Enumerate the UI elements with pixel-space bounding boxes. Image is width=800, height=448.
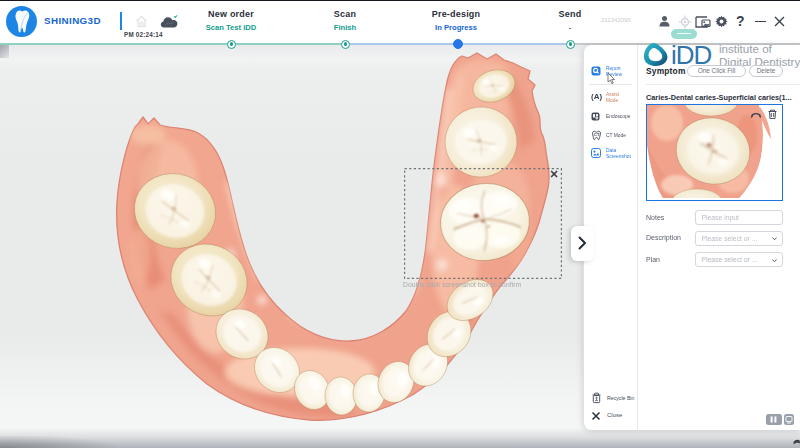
svg-text:CT: CT [594, 132, 600, 137]
svg-text:institute of: institute of [719, 42, 773, 55]
